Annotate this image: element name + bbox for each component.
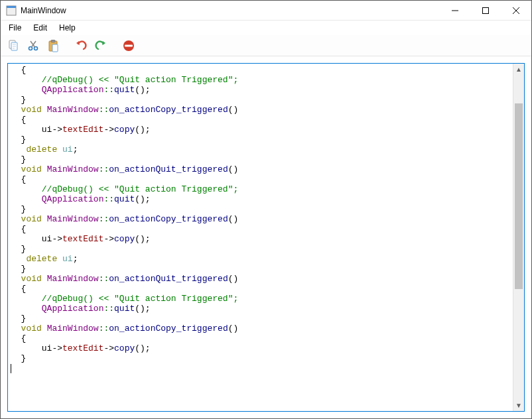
- app-icon: [6, 5, 17, 16]
- svg-rect-8: [51, 40, 55, 42]
- window-title: MainWindow: [21, 6, 440, 15]
- redo-button[interactable]: [92, 37, 109, 54]
- code-line: [11, 363, 510, 373]
- code-line: void MainWindow::on_actionCopy_triggered…: [11, 324, 510, 333]
- code-line: ui->textEdit->copy();: [11, 234, 510, 244]
- menu-file[interactable]: File: [3, 22, 27, 34]
- code-line: void MainWindow::on_actionCopy_triggered…: [11, 214, 510, 224]
- code-line: {: [11, 115, 510, 125]
- code-line: {: [11, 65, 510, 75]
- code-line: QApplication::quit();: [11, 194, 510, 204]
- code-line: }: [11, 244, 510, 254]
- menu-help[interactable]: Help: [54, 22, 81, 34]
- code-line: }: [11, 135, 510, 145]
- code-line: void MainWindow::on_actionQuit_triggered…: [11, 164, 510, 174]
- code-line: {: [11, 333, 510, 343]
- copy-icon: [7, 39, 20, 52]
- title-bar: MainWindow: [1, 1, 531, 21]
- svg-point-5: [29, 46, 33, 50]
- menu-edit[interactable]: Edit: [28, 22, 52, 34]
- code-line: delete ui;: [11, 145, 510, 154]
- toolbar: [1, 35, 531, 56]
- svg-rect-11: [125, 44, 133, 46]
- scroll-up-arrow[interactable]: ▲: [513, 64, 524, 75]
- scissors-icon: [27, 39, 40, 52]
- vertical-scrollbar[interactable]: ▲ ▼: [513, 64, 524, 411]
- svg-rect-2: [483, 7, 489, 13]
- code-editor[interactable]: { //qDebug() << "Quit action Triggered";…: [8, 64, 513, 411]
- code-line: //qDebug() << "Quit action Triggered";: [11, 75, 510, 85]
- undo-button[interactable]: [72, 37, 90, 54]
- scroll-down-arrow[interactable]: ▼: [513, 400, 524, 411]
- clipboard-icon: [46, 39, 60, 52]
- code-line: {: [11, 224, 510, 234]
- no-entry-icon: [122, 39, 135, 52]
- menu-bar: File Edit Help: [1, 21, 531, 35]
- scroll-thumb[interactable]: [515, 103, 523, 289]
- svg-rect-9: [52, 44, 58, 52]
- redo-icon: [94, 39, 107, 52]
- copy-button[interactable]: [5, 37, 22, 54]
- code-line: }: [11, 204, 510, 214]
- code-line: ui->textEdit->copy();: [11, 125, 510, 135]
- code-line: void MainWindow::on_actionQuit_triggered…: [11, 274, 510, 284]
- code-line: //qDebug() << "Quit action Triggered";: [11, 294, 510, 304]
- code-line: }: [11, 353, 510, 363]
- editor-container: { //qDebug() << "Quit action Triggered";…: [1, 56, 531, 418]
- maximize-button[interactable]: [470, 1, 501, 21]
- code-line: {: [11, 284, 510, 294]
- stop-button[interactable]: [120, 37, 137, 54]
- code-line: }: [11, 154, 510, 164]
- code-line: void MainWindow::on_actionCopy_triggered…: [11, 105, 510, 115]
- undo-icon: [74, 39, 88, 52]
- close-button[interactable]: [501, 1, 531, 21]
- code-line: }: [11, 314, 510, 324]
- main-window: MainWindow File Edit Help: [0, 0, 532, 419]
- code-line: {: [11, 174, 510, 184]
- code-line: delete ui;: [11, 254, 510, 264]
- code-line: QApplication::quit();: [11, 304, 510, 314]
- code-line: }: [11, 264, 510, 274]
- text-cursor: [11, 364, 11, 373]
- editor-frame: { //qDebug() << "Quit action Triggered";…: [7, 63, 525, 412]
- minimize-button[interactable]: [440, 1, 470, 21]
- code-line: }: [11, 95, 510, 105]
- code-line: //qDebug() << "Quit action Triggered";: [11, 184, 510, 194]
- code-line: ui->textEdit->copy();: [11, 343, 510, 353]
- cut-button[interactable]: [25, 37, 42, 54]
- svg-point-6: [34, 46, 38, 50]
- svg-rect-1: [7, 6, 16, 8]
- paste-button[interactable]: [44, 37, 62, 54]
- code-line: QApplication::quit();: [11, 85, 510, 95]
